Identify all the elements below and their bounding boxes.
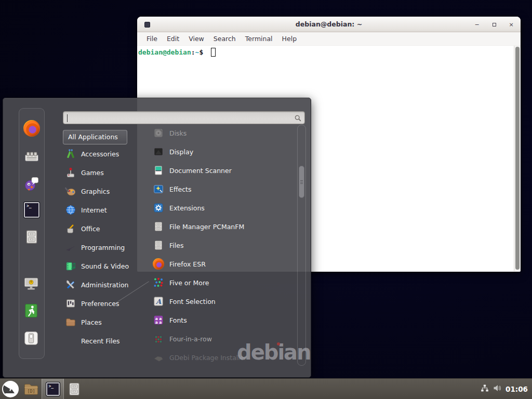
category-label: Recent Files xyxy=(81,337,120,345)
none-icon xyxy=(65,335,76,347)
menu-scrollbar-thumb[interactable] xyxy=(299,166,304,198)
taskbar-folder-d[interactable]: [D] xyxy=(21,379,42,399)
category-item-recent-files[interactable]: Recent Files xyxy=(63,331,141,350)
category-label: Administration xyxy=(81,281,128,289)
category-label: Graphics xyxy=(81,188,110,195)
taskbar-clock[interactable]: 01:06 xyxy=(506,385,528,393)
application-list: DisksDisplayDocument ScannerEffectsExten… xyxy=(151,124,295,368)
category-item-preferences[interactable]: Preferences xyxy=(63,294,141,313)
preferences-icon xyxy=(65,298,76,309)
extensions-icon xyxy=(153,202,164,214)
app-label: Font Selection xyxy=(169,298,216,305)
taskbar-terminal-active[interactable] xyxy=(42,379,64,399)
app-label: Document Scanner xyxy=(169,167,232,175)
category-item-sound-video[interactable]: Sound & Video xyxy=(63,257,141,275)
category-item-administration[interactable]: Administration xyxy=(63,275,141,294)
document-scanner-icon xyxy=(153,165,164,176)
svg-text:[D]: [D] xyxy=(27,388,35,393)
app-item-font-selection[interactable]: AFont Selection xyxy=(151,292,295,311)
taskbar-file-cabinet[interactable] xyxy=(64,379,85,399)
prompt-path: ~ xyxy=(195,48,200,56)
app-label: GDebi Package Installer xyxy=(169,354,247,362)
terminal-menu-edit[interactable]: Edit xyxy=(163,33,183,44)
search-box[interactable] xyxy=(63,111,305,124)
window-controls: − × xyxy=(474,17,514,32)
firefox-icon xyxy=(153,258,164,270)
app-item-five-or-more[interactable]: Five or More xyxy=(151,273,295,292)
category-item-accessories[interactable]: Accessories xyxy=(63,144,141,163)
games-icon xyxy=(65,167,76,178)
all-applications-button[interactable]: All Applications xyxy=(63,130,127,144)
favorite-terminal[interactable] xyxy=(23,202,40,218)
svg-text:a a: a a xyxy=(155,320,162,325)
prompt-user-host: debian@debian xyxy=(138,48,191,56)
graphics-icon xyxy=(65,185,76,197)
pidgin-icon xyxy=(23,175,40,192)
fonts-icon: a aa a xyxy=(153,314,164,326)
app-item-files[interactable]: Files xyxy=(151,236,295,255)
category-item-graphics[interactable]: Graphics xyxy=(63,182,141,201)
shutdown-button[interactable] xyxy=(23,330,40,347)
app-label: Files xyxy=(169,242,183,249)
taskbar: [D] 01:06 xyxy=(0,378,532,399)
menu-scrollbar[interactable] xyxy=(297,125,306,366)
terminal-menu-view[interactable]: View xyxy=(184,33,208,44)
terminal-scrollbar[interactable] xyxy=(514,46,521,271)
category-item-programming[interactable]: Programming xyxy=(63,238,141,257)
prompt-symbol: $ xyxy=(199,48,207,56)
administration-icon xyxy=(65,279,76,290)
app-item-disks[interactable]: Disks xyxy=(151,124,295,142)
app-label: Four-in-a-row xyxy=(169,335,212,343)
search-icon xyxy=(294,114,302,122)
network-icon[interactable] xyxy=(481,384,489,394)
app-item-gdebi-package-installer[interactable]: GDebi Package Installer xyxy=(151,348,295,367)
terminal-menu-file[interactable]: File xyxy=(142,33,162,44)
programming-icon xyxy=(65,242,76,253)
favorite-pidgin[interactable] xyxy=(23,175,40,192)
terminal-titlebar[interactable]: debian@debian: ~ − × xyxy=(137,17,521,32)
app-item-effects[interactable]: Effects xyxy=(151,180,295,198)
places-icon xyxy=(65,316,76,328)
terminal-menu-terminal[interactable]: Terminal xyxy=(241,33,277,44)
volume-icon[interactable] xyxy=(493,384,501,394)
app-item-four-in-a-row[interactable]: Four-in-a-row xyxy=(151,329,295,348)
taskbar-menu-logo[interactable] xyxy=(0,379,21,399)
app-item-document-scanner[interactable]: Document Scanner xyxy=(151,161,295,180)
lock-screen-icon xyxy=(23,276,39,291)
app-item-firefox-esr[interactable]: Firefox ESR xyxy=(151,255,295,273)
category-label: Preferences xyxy=(81,300,119,308)
terminal-menu-help[interactable]: Help xyxy=(278,33,301,44)
effects-icon xyxy=(153,183,164,195)
terminal-menu-search[interactable]: Search xyxy=(209,33,240,44)
maximize-icon[interactable] xyxy=(491,21,497,28)
category-label: Office xyxy=(81,225,100,233)
app-item-display[interactable]: Display xyxy=(151,142,295,161)
terminal-icon xyxy=(46,382,60,396)
internet-icon xyxy=(65,204,76,216)
close-icon[interactable]: × xyxy=(508,21,514,28)
sound-video-icon xyxy=(65,260,76,272)
minimize-icon[interactable]: − xyxy=(474,21,480,28)
terminal-icon xyxy=(23,202,40,218)
terminal-scrollbar-thumb[interactable] xyxy=(515,47,520,270)
accessories-icon xyxy=(65,148,76,159)
search-input[interactable] xyxy=(68,113,291,123)
logout-button[interactable] xyxy=(23,303,40,320)
category-item-games[interactable]: Games xyxy=(63,163,141,182)
favorite-file-cabinet[interactable] xyxy=(23,229,40,245)
office-icon xyxy=(65,223,76,234)
terminal-cursor xyxy=(211,48,216,57)
logout-icon xyxy=(23,303,39,318)
app-item-file-manager-pcmanfm[interactable]: File Manager PCManFM xyxy=(151,217,295,236)
favorite-launcher[interactable] xyxy=(23,148,40,165)
app-item-fonts[interactable]: a aa aFonts xyxy=(151,311,295,329)
category-item-internet[interactable]: Internet xyxy=(63,201,141,219)
favorite-firefox[interactable] xyxy=(23,120,40,137)
category-item-places[interactable]: Places xyxy=(63,313,141,331)
category-label: Accessories xyxy=(81,150,119,158)
launcher-icon xyxy=(23,148,40,165)
app-item-extensions[interactable]: Extensions xyxy=(151,198,295,217)
category-item-office[interactable]: Office xyxy=(63,219,141,238)
category-label: Internet xyxy=(81,206,107,214)
lock-screen-button[interactable] xyxy=(23,276,40,292)
